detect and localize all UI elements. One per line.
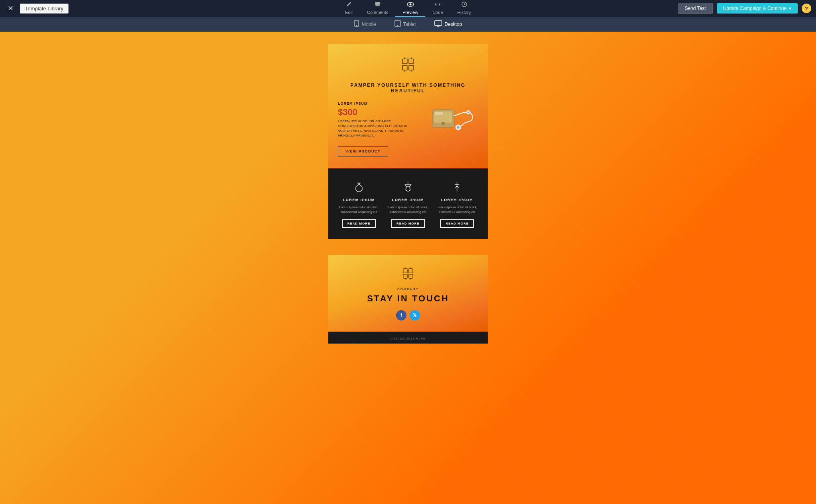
- email-features-section: LOREM IPSUM Lorem ipsum dolor sit amet, …: [328, 168, 488, 239]
- tab-comments[interactable]: Comments: [360, 0, 395, 17]
- template-library-button[interactable]: Template Library: [20, 4, 69, 14]
- view-product-button[interactable]: VIEW PRODUCT: [338, 146, 388, 156]
- svg-point-4: [356, 25, 357, 26]
- svg-rect-10: [402, 65, 407, 70]
- tab-edit-label: Edit: [345, 10, 353, 15]
- svg-rect-19: [435, 112, 443, 115]
- close-button[interactable]: ✕: [5, 3, 16, 14]
- tablet-icon: [394, 20, 401, 28]
- hero-headline: PAMPER YOURSELF WITH SOMETHING BEAUTIFUL: [338, 82, 478, 94]
- tab-history[interactable]: History: [450, 0, 478, 17]
- edit-icon: [346, 1, 352, 9]
- svg-rect-49: [409, 269, 413, 273]
- tab-code[interactable]: Code: [425, 0, 450, 17]
- mobile-icon: [354, 20, 359, 28]
- feature-icon-2: [403, 180, 413, 194]
- tab-preview-label: Preview: [402, 10, 418, 15]
- device-mobile-label: Mobile: [362, 21, 376, 27]
- update-campaign-button[interactable]: Update Campaign & Continue ▾: [717, 3, 798, 14]
- comments-icon: [375, 1, 381, 9]
- product-info: LOREM IPSUM $300 LOREM IPSUM DOLOR SIT A…: [338, 102, 416, 156]
- product-description: LOREM IPSUM DOLOR SIT AMET, CONSECTETUR …: [338, 119, 416, 138]
- svg-point-18: [441, 122, 445, 125]
- social-icons: f 𝕏: [338, 310, 478, 320]
- svg-rect-51: [409, 274, 413, 278]
- toolbar-right: Send Test Update Campaign & Continue ▾ ?: [678, 3, 811, 14]
- help-button[interactable]: ?: [802, 4, 811, 13]
- read-more-button-1[interactable]: READ MORE: [342, 219, 376, 228]
- email-card: PAMPER YOURSELF WITH SOMETHING BEAUTIFUL…: [328, 44, 488, 344]
- product-row: LOREM IPSUM $300 LOREM IPSUM DOLOR SIT A…: [338, 102, 478, 156]
- device-desktop-label: Desktop: [445, 21, 462, 27]
- read-more-button-2[interactable]: READ MORE: [391, 219, 425, 228]
- history-icon: [461, 1, 467, 9]
- footer-brand-icon: [338, 266, 478, 283]
- svg-rect-50: [403, 274, 407, 278]
- email-footer-section: COMPANY STAY IN TOUCH f 𝕏: [328, 255, 488, 332]
- twitter-label: 𝕏: [413, 313, 417, 318]
- svg-line-39: [406, 187, 406, 190]
- preview-area: PAMPER YOURSELF WITH SOMETHING BEAUTIFUL…: [0, 32, 816, 504]
- product-label: LOREM IPSUM: [338, 102, 416, 105]
- svg-line-31: [356, 190, 357, 191]
- svg-line-41: [406, 190, 408, 191]
- feature-title-1: LOREM IPSUM: [343, 198, 375, 202]
- section-spacer: [328, 239, 488, 255]
- top-toolbar: ✕ Template Library Edit Comments Preview…: [0, 0, 816, 17]
- tab-edit[interactable]: Edit: [338, 0, 360, 17]
- features-grid: LOREM IPSUM Lorem ipsum dolor sit amet, …: [336, 180, 480, 228]
- social-facebook-icon[interactable]: f: [396, 310, 406, 320]
- unsubscribe-bar: UNSUBSCRIBE HERE: [328, 332, 488, 344]
- svg-line-28: [359, 184, 362, 187]
- feature-desc-2: Lorem ipsum dolor sit amet, consectetur …: [385, 205, 430, 215]
- svg-point-1: [409, 4, 411, 6]
- tab-code-label: Code: [432, 10, 443, 15]
- product-image: [422, 102, 478, 141]
- update-btn-label: Update Campaign & Continue: [723, 6, 787, 11]
- device-tablet[interactable]: Tablet: [391, 18, 419, 30]
- feature-col-2: LOREM IPSUM Lorem ipsum dolor sit amet, …: [385, 180, 430, 228]
- feature-title-2: LOREM IPSUM: [392, 198, 424, 202]
- product-price: $300: [338, 107, 416, 117]
- footer-company: COMPANY: [338, 287, 478, 291]
- svg-line-36: [405, 184, 406, 187]
- social-twitter-icon[interactable]: 𝕏: [410, 310, 420, 320]
- update-dropdown-arrow[interactable]: ▾: [789, 6, 791, 11]
- feature-icon-3: [453, 180, 461, 194]
- feature-title-3: LOREM IPSUM: [441, 198, 473, 202]
- svg-point-21: [457, 126, 459, 129]
- device-bar: Mobile Tablet Desktop: [0, 17, 816, 32]
- svg-line-37: [410, 184, 411, 187]
- svg-rect-11: [409, 65, 414, 70]
- svg-line-32: [361, 190, 362, 191]
- send-test-button[interactable]: Send Test: [678, 3, 712, 14]
- feature-desc-3: Lorem ipsum dolor sit amet, consectetur …: [435, 205, 480, 215]
- feature-desc-1: Lorem ipsum dolor sit amet, consectetur …: [336, 205, 381, 215]
- svg-rect-9: [409, 59, 414, 64]
- svg-line-27: [356, 184, 359, 187]
- feature-col-1: LOREM IPSUM Lorem ipsum dolor sit amet, …: [336, 180, 381, 228]
- footer-heading: STAY IN TOUCH: [338, 293, 478, 304]
- svg-rect-48: [403, 269, 407, 273]
- code-icon: [435, 1, 441, 9]
- device-desktop[interactable]: Desktop: [431, 19, 465, 29]
- feature-icon-1: [354, 180, 364, 194]
- facebook-label: f: [400, 313, 402, 318]
- desktop-icon: [434, 20, 442, 28]
- svg-line-42: [408, 190, 410, 191]
- svg-rect-7: [435, 21, 442, 25]
- svg-rect-8: [402, 59, 407, 64]
- svg-line-40: [410, 187, 410, 190]
- tab-preview[interactable]: Preview: [395, 0, 425, 17]
- tab-comments-label: Comments: [367, 10, 388, 15]
- unsubscribe-text[interactable]: UNSUBSCRIBE HERE: [390, 337, 426, 340]
- device-mobile[interactable]: Mobile: [351, 18, 379, 30]
- device-tablet-label: Tablet: [403, 21, 416, 27]
- nav-tabs: Edit Comments Preview Code History: [338, 0, 478, 17]
- brand-logo-icon: [399, 56, 417, 76]
- preview-icon: [407, 1, 414, 9]
- read-more-button-3[interactable]: READ MORE: [440, 219, 474, 228]
- svg-point-23: [467, 111, 469, 113]
- feature-col-3: LOREM IPSUM Lorem ipsum dolor sit amet, …: [435, 180, 480, 228]
- email-hero-section: PAMPER YOURSELF WITH SOMETHING BEAUTIFUL…: [328, 44, 488, 168]
